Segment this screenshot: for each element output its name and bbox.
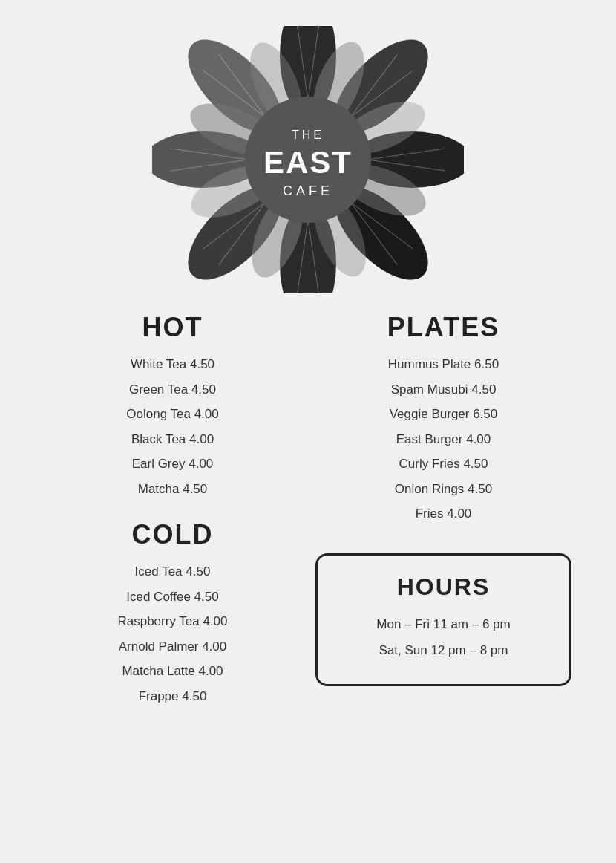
list-item: Frappe 4.50 — [45, 687, 301, 706]
right-column: PLATES Hummus Plate 6.50 Spam Musubi 4.5… — [315, 312, 571, 711]
hot-title: HOT — [45, 312, 301, 343]
list-item: White Tea 4.50 — [45, 355, 301, 374]
list-item: Earl Grey 4.00 — [45, 455, 301, 474]
hot-section: HOT White Tea 4.50 Green Tea 4.50 Oolong… — [45, 312, 301, 498]
list-item: Green Tea 4.50 — [45, 380, 301, 400]
hours-weekend: Sat, Sun 12 pm – 8 pm — [340, 640, 547, 660]
hours-title: HOURS — [340, 573, 547, 601]
logo-burst-icon: THE EAST CAFE — [152, 26, 464, 293]
plates-section: PLATES Hummus Plate 6.50 Spam Musubi 4.5… — [315, 312, 571, 524]
list-item: Oolong Tea 4.00 — [45, 405, 301, 424]
hours-weekday: Mon – Fri 11 am – 6 pm — [340, 614, 547, 634]
svg-text:THE: THE — [292, 128, 324, 141]
svg-text:CAFE: CAFE — [283, 183, 333, 198]
logo-section: THE EAST CAFE — [15, 15, 601, 312]
list-item: Iced Coffee 4.50 — [45, 587, 301, 607]
menu-content: HOT White Tea 4.50 Green Tea 4.50 Oolong… — [15, 312, 601, 711]
hours-box: HOURS Mon – Fri 11 am – 6 pm Sat, Sun 12… — [315, 553, 571, 686]
list-item: Matcha Latte 4.00 — [45, 662, 301, 681]
logo-container: THE EAST CAFE — [152, 26, 464, 293]
list-item: Veggie Burger 6.50 — [315, 405, 571, 424]
list-item: Black Tea 4.00 — [45, 430, 301, 449]
list-item: Matcha 4.50 — [45, 480, 301, 499]
svg-text:EAST: EAST — [263, 145, 353, 180]
list-item: Spam Musubi 4.50 — [315, 380, 571, 400]
left-column: HOT White Tea 4.50 Green Tea 4.50 Oolong… — [45, 312, 301, 711]
list-item: Hummus Plate 6.50 — [315, 355, 571, 374]
list-item: Fries 4.00 — [315, 504, 571, 524]
list-item: Iced Tea 4.50 — [45, 562, 301, 582]
menu-page: THE EAST CAFE HOT White Tea 4.50 Green T… — [0, 0, 616, 863]
list-item: Arnold Palmer 4.00 — [45, 637, 301, 657]
cold-title: COLD — [45, 519, 301, 550]
plates-title: PLATES — [315, 312, 571, 343]
list-item: Onion Rings 4.50 — [315, 480, 571, 499]
list-item: Raspberry Tea 4.00 — [45, 612, 301, 631]
list-item: Curly Fries 4.50 — [315, 455, 571, 474]
list-item: East Burger 4.00 — [315, 430, 571, 449]
cold-section: COLD Iced Tea 4.50 Iced Coffee 4.50 Rasp… — [45, 519, 301, 706]
